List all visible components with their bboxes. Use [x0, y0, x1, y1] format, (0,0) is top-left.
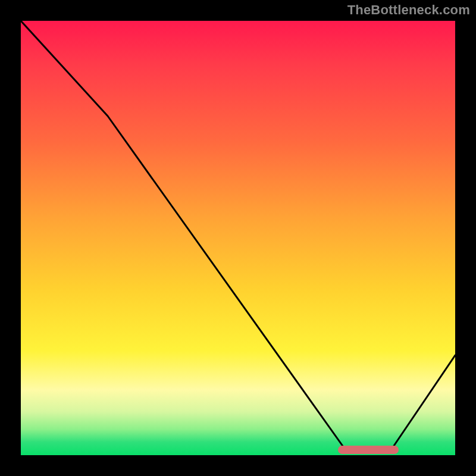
watermark-text: TheBottleneck.com — [347, 2, 470, 18]
bottleneck-curve-path — [21, 21, 455, 451]
optimal-range-marker — [338, 446, 399, 454]
plot-area — [21, 21, 455, 455]
chart-frame: TheBottleneck.com — [0, 0, 476, 476]
bottleneck-curve — [21, 21, 455, 455]
